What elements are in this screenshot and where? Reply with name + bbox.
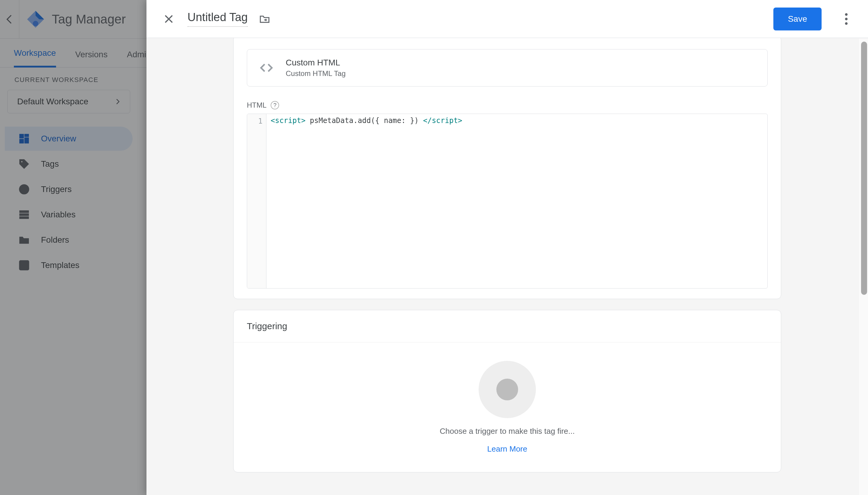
tag-configuration-card: Custom HTML Custom HTML Tag HTML ? 1 <sc… bbox=[233, 38, 781, 299]
triggering-heading: Triggering bbox=[233, 310, 781, 342]
kebab-menu-icon bbox=[845, 13, 848, 25]
tag-type-selector[interactable]: Custom HTML Custom HTML Tag bbox=[247, 49, 768, 86]
move-to-folder-button[interactable] bbox=[257, 12, 272, 26]
close-button[interactable] bbox=[160, 10, 178, 28]
html-code-editor[interactable]: 1 <script> psMetaData.add({ name: }) </s… bbox=[247, 114, 768, 289]
code-gutter: 1 bbox=[247, 114, 266, 288]
more-actions-button[interactable] bbox=[838, 11, 855, 28]
folder-move-icon bbox=[259, 13, 270, 25]
svg-point-18 bbox=[845, 17, 848, 20]
scrollbar-thumb[interactable] bbox=[861, 41, 867, 295]
svg-point-19 bbox=[845, 22, 848, 25]
html-help-button[interactable]: ? bbox=[271, 101, 279, 109]
tag-name-input[interactable]: Untitled Tag bbox=[188, 11, 248, 27]
triggering-empty-area[interactable]: Choose a trigger to make this tag fire..… bbox=[233, 342, 781, 472]
triggering-learn-more-link[interactable]: Learn More bbox=[487, 444, 527, 454]
close-icon bbox=[163, 13, 175, 25]
code-close-tag: </script> bbox=[423, 116, 462, 125]
code-content[interactable]: <script> psMetaData.add({ name: }) </scr… bbox=[266, 114, 767, 288]
svg-point-21 bbox=[504, 386, 510, 393]
editor-topbar: Untitled Tag Save bbox=[146, 0, 868, 38]
save-button[interactable]: Save bbox=[774, 7, 821, 31]
line-number: 1 bbox=[247, 116, 266, 126]
custom-html-icon bbox=[258, 59, 275, 76]
tag-type-subtitle: Custom HTML Tag bbox=[286, 69, 346, 78]
code-body: psMetaData.add({ name: }) bbox=[306, 116, 423, 125]
tag-editor-panel: Untitled Tag Save Custom HTML Custom HTM… bbox=[146, 0, 868, 495]
code-open-tag: <script> bbox=[271, 116, 306, 125]
editor-body: Custom HTML Custom HTML Tag HTML ? 1 <sc… bbox=[146, 38, 868, 495]
triggering-card: Triggering Choose a trigger to make this… bbox=[233, 310, 781, 472]
scrollbar-track[interactable] bbox=[859, 39, 868, 495]
triggering-empty-message: Choose a trigger to make this tag fire..… bbox=[440, 427, 575, 436]
trigger-placeholder-icon bbox=[479, 361, 536, 418]
tag-type-title: Custom HTML bbox=[286, 58, 346, 68]
html-field-label: HTML ? bbox=[247, 101, 768, 109]
svg-point-17 bbox=[845, 13, 848, 16]
